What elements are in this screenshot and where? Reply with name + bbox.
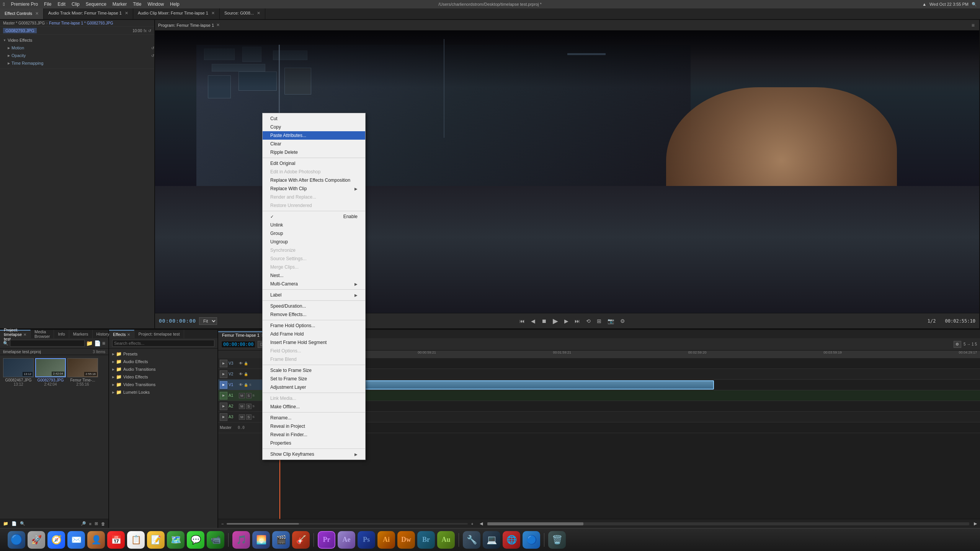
- project-footer-list[interactable]: ≡: [89, 522, 91, 526]
- v2-toggle[interactable]: ▶: [220, 370, 227, 378]
- export-frame-btn[interactable]: 📷: [606, 317, 616, 325]
- v1-sync[interactable]: S: [249, 383, 251, 386]
- dock-trash[interactable]: 🗑️: [548, 531, 566, 549]
- ctx-edit-original[interactable]: Edit Original: [263, 159, 365, 168]
- dock-finder[interactable]: 🔵: [8, 531, 25, 549]
- loop-btn[interactable]: ⟲: [585, 317, 592, 325]
- ctx-enable[interactable]: ✓ Enable: [263, 212, 365, 221]
- tl-zoom-in[interactable]: +: [471, 522, 473, 526]
- v2-eye[interactable]: 👁: [239, 372, 243, 376]
- step-fwd-btn[interactable]: ▶: [563, 317, 570, 325]
- effects-folder-audio-effects[interactable]: ▶ 📁 Audio Effects: [109, 358, 217, 365]
- dock-imovie[interactable]: 🎬: [272, 531, 290, 549]
- ctx-properties[interactable]: Properties: [263, 439, 365, 447]
- dock-launchpad[interactable]: 🚀: [28, 531, 45, 549]
- dock-illustrator[interactable]: Ai: [377, 531, 395, 549]
- dock-garageband[interactable]: 🎸: [292, 531, 310, 549]
- dock-misc-2[interactable]: 💻: [483, 531, 500, 549]
- dock-aftereffects[interactable]: Ae: [338, 531, 355, 549]
- tab-audio-clip-mixer[interactable]: Audio Clip Mixer: Femur Time-lapse 1 ✕: [133, 7, 220, 19]
- ctx-cut[interactable]: Cut: [263, 114, 365, 123]
- ctx-group[interactable]: Group: [263, 229, 365, 238]
- menu-file[interactable]: File: [44, 2, 51, 7]
- effects-tab-close[interactable]: ✕: [127, 333, 130, 337]
- tl-zoom-out[interactable]: −: [221, 522, 224, 526]
- list-item[interactable]: 13:12 G0082467.JPG 13:12: [3, 358, 34, 386]
- ctx-reveal-in-finder[interactable]: Reveal in Finder...: [263, 430, 365, 439]
- ec-opacity-reset[interactable]: ↺: [151, 54, 154, 58]
- ctx-make-offline[interactable]: Make Offline...: [263, 403, 365, 411]
- safe-margins-btn[interactable]: ⊞: [595, 317, 603, 325]
- v3-eye[interactable]: 👁: [239, 361, 243, 365]
- v1-lock[interactable]: 🔒: [244, 383, 248, 387]
- effects-folder-audio-transitions[interactable]: ▶ 📁 Audio Transitions: [109, 365, 217, 373]
- tab-audio-track-mixer[interactable]: Audio Track Mixer: Femur Time-lapse 1 ✕: [44, 7, 133, 19]
- search-icon[interactable]: 🔍: [972, 2, 977, 7]
- menu-marker[interactable]: Marker: [113, 2, 127, 7]
- tab-effects-project[interactable]: Project: timelapse test: [134, 330, 184, 338]
- source-close[interactable]: ✕: [257, 11, 260, 16]
- timeline-settings-btn[interactable]: ⚙: [954, 341, 961, 348]
- dock-facetime[interactable]: 📹: [207, 531, 224, 549]
- dock-reminders[interactable]: 📋: [127, 531, 145, 549]
- project-footer-new-item[interactable]: 📄: [11, 521, 17, 526]
- dock-safari[interactable]: 🧭: [47, 531, 65, 549]
- ec-opacity-row[interactable]: ▶ Opacity ↺: [0, 52, 154, 59]
- tab-media-browser[interactable]: Media Browser: [31, 330, 54, 338]
- list-item[interactable]: 2:55:16 Femur Time-... 2:55:16: [67, 358, 98, 386]
- ctx-replace-clip[interactable]: Replace With Clip ▶: [263, 184, 365, 193]
- dock-contacts[interactable]: 👤: [87, 531, 105, 549]
- list-item[interactable]: 2:42:04 G0082793.JPG 2:42:04: [35, 358, 66, 386]
- effects-folder-video-transitions[interactable]: ▶ 📁 Video Transitions: [109, 381, 217, 388]
- ctx-replace-ae[interactable]: Replace With After Effects Composition: [263, 176, 365, 184]
- audio-track-close[interactable]: ✕: [125, 11, 128, 16]
- effect-controls-close[interactable]: ✕: [35, 11, 39, 16]
- ctx-remove-effects[interactable]: Remove Effects...: [263, 310, 365, 319]
- v2-lock[interactable]: 🔒: [244, 372, 248, 376]
- tl-scroll-left[interactable]: ◀: [480, 521, 483, 526]
- ctx-set-to-frame[interactable]: Set to Frame Size: [263, 375, 365, 383]
- new-bin-btn[interactable]: 📁: [86, 340, 93, 346]
- dock-photoshop[interactable]: Ps: [358, 531, 375, 549]
- apple-menu[interactable]: : [3, 2, 5, 7]
- effects-folder-presets[interactable]: ▶ 📁 Presets: [109, 350, 217, 358]
- ctx-scale-to-frame[interactable]: Scale to Frame Size: [263, 366, 365, 375]
- v1-toggle[interactable]: ▶: [220, 381, 227, 389]
- dock-audition[interactable]: Au: [437, 531, 455, 549]
- effects-folder-video-effects[interactable]: ▶ 📁 Video Effects: [109, 373, 217, 381]
- ctx-insert-frame-hold[interactable]: Insert Frame Hold Segment: [263, 338, 365, 347]
- project-footer-icon[interactable]: ⊞: [95, 521, 98, 526]
- ctx-speed-duration[interactable]: Speed/Duration...: [263, 302, 365, 310]
- project-tab-close[interactable]: ✕: [23, 333, 26, 337]
- ctx-unlink[interactable]: Unlink: [263, 221, 365, 229]
- project-footer-find[interactable]: 🔎: [81, 521, 86, 526]
- dock-premiere[interactable]: Pr: [318, 531, 335, 549]
- dock-iphoto[interactable]: 🌅: [252, 531, 270, 549]
- ec-motion-reset[interactable]: ↺: [151, 46, 154, 50]
- dock-itunes[interactable]: 🎵: [232, 531, 250, 549]
- a3-toggle[interactable]: ▶: [220, 413, 227, 421]
- ctx-copy[interactable]: Copy: [263, 123, 365, 131]
- menu-window[interactable]: Window: [147, 2, 164, 7]
- dock-bridge[interactable]: Br: [417, 531, 435, 549]
- ec-reset-icon[interactable]: ↺: [148, 29, 151, 33]
- monitor-timecode[interactable]: 00:00:00:00: [159, 318, 196, 324]
- dock-misc-1[interactable]: 🔧: [463, 531, 480, 549]
- settings-btn[interactable]: ⚙: [619, 317, 627, 325]
- program-monitor-close[interactable]: ✕: [216, 23, 220, 28]
- menu-help[interactable]: Help: [170, 2, 180, 7]
- fit-dropdown[interactable]: Fit: [199, 317, 217, 325]
- dock-notes[interactable]: 📝: [147, 531, 165, 549]
- ec-fx-icon[interactable]: fx: [144, 29, 147, 33]
- ctx-reveal-in-project[interactable]: Reveal in Project: [263, 422, 365, 430]
- a2-mute[interactable]: M: [239, 404, 245, 409]
- project-search-input[interactable]: [10, 340, 85, 347]
- tl-scroll-bar[interactable]: [487, 522, 969, 525]
- dock-chrome[interactable]: 🔵: [523, 531, 540, 549]
- ctx-nest[interactable]: Nest...: [263, 271, 365, 280]
- ctx-show-keyframes[interactable]: Show Clip Keyframes ▶: [263, 450, 365, 458]
- dock-misc-3[interactable]: 🌐: [503, 531, 520, 549]
- a2-solo[interactable]: S: [246, 404, 252, 409]
- project-footer-delete[interactable]: 🗑: [101, 522, 105, 526]
- new-item-btn[interactable]: 📄: [94, 340, 101, 346]
